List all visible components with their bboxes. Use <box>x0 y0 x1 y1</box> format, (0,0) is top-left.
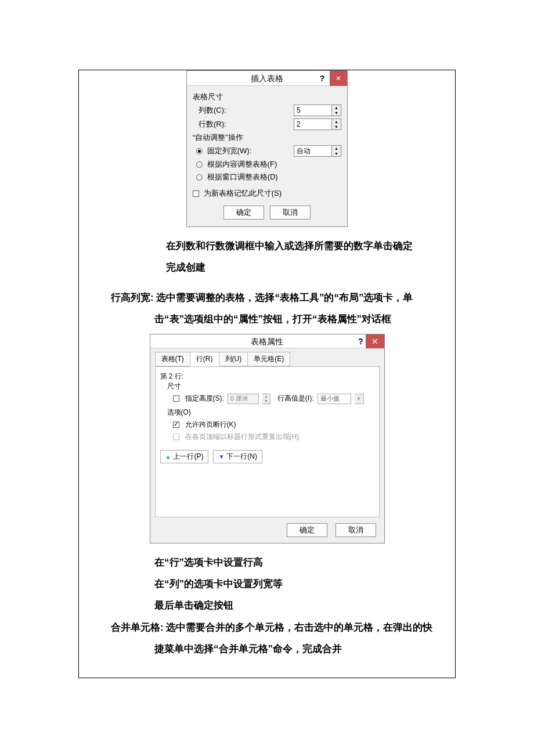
body-text: 击“表”选项组中的“属性”按钮，打开“表格属性”对话框 <box>96 308 438 330</box>
body-text: 行高列宽: 选中需要调整的表格，选择“表格工具”的“布局”选项卡，单 <box>96 287 438 308</box>
body-text: 捷菜单中选择“合并单元格”命令，完成合并 <box>96 638 438 660</box>
body-text: 在“列”的选项卡中设置列宽等 <box>96 573 438 595</box>
rows-spinner[interactable]: ▲▼ <box>332 118 341 130</box>
arrow-down-icon: ▼ <box>218 453 224 460</box>
radio-fit-content-label: 根据内容调整表格(F) <box>207 160 277 168</box>
columns-label: 列数(C): <box>193 105 294 116</box>
insert-table-dialog: 插入表格 ? ✕ 表格尺寸 列数(C): 5 ▲▼ 行数(R): 2 ▲▼ “自… <box>186 70 348 227</box>
fixed-width-input[interactable]: 自动 <box>294 145 332 157</box>
height-type-select[interactable]: 最小值 <box>317 394 351 404</box>
checkbox-remember-size[interactable] <box>193 190 199 197</box>
columns-input[interactable]: 5 <box>294 105 332 116</box>
rows-input[interactable]: 2 <box>294 118 332 130</box>
radio-fixed-width[interactable] <box>196 148 203 154</box>
group-autofit: “自动调整”操作 <box>193 132 341 143</box>
tab-row[interactable]: 行(R) <box>190 352 219 366</box>
checkbox-allow-break[interactable] <box>173 422 179 428</box>
arrow-up-icon: ▲ <box>165 453 171 460</box>
fixed-width-spinner[interactable]: ▲▼ <box>332 145 341 157</box>
checkbox-remember-label: 为新表格记忆此尺寸(S) <box>204 189 282 197</box>
dialog-titlebar: 插入表格 ? ✕ <box>187 71 347 86</box>
height-spinner[interactable]: ▲▼ <box>262 394 270 404</box>
table-properties-dialog: 表格属性 ? ✕ 表格(T) 行(R) 列(U) 单元格(E) 第 2 行: 尺… <box>150 334 385 543</box>
specify-height-label: 指定高度(S): <box>185 394 224 404</box>
next-row-button[interactable]: ▼ 下一行(N) <box>213 450 262 463</box>
ok-button[interactable]: 确定 <box>287 523 327 537</box>
tab-panel-row: 第 2 行: 尺寸 指定高度(S): 0 厘米 ▲▼ 行高值是(I): 最小值 … <box>155 366 380 517</box>
tab-cell[interactable]: 单元格(E) <box>247 352 290 366</box>
cancel-button[interactable]: 取消 <box>270 206 311 219</box>
radio-fit-window-label: 根据窗口调整表格(D) <box>207 172 278 181</box>
body-text: 合并单元格: 选中需要合并的多个单元格，右击选中的单元格，在弹出的快 <box>96 617 438 638</box>
dialog-title-text: 表格属性 <box>251 337 283 346</box>
body-text: 在列数和行数微调框中输入或选择所需要的数字单击确定 <box>96 235 438 257</box>
close-icon[interactable]: ✕ <box>366 334 384 348</box>
radio-fit-window[interactable] <box>196 174 203 181</box>
chevron-down-icon[interactable]: ▾ <box>355 394 364 404</box>
options-label: 选项(O) <box>160 408 374 417</box>
tab-column[interactable]: 列(U) <box>219 352 248 366</box>
cancel-button[interactable]: 取消 <box>335 523 376 537</box>
checkbox-repeat-header <box>173 434 179 440</box>
row-header: 第 2 行: <box>160 372 374 381</box>
tabs: 表格(T) 行(R) 列(U) 单元格(E) <box>150 348 384 366</box>
dialog-title-text: 插入表格 <box>251 74 283 83</box>
height-is-label: 行高值是(I): <box>277 394 314 404</box>
prev-row-button[interactable]: ▲ 上一行(P) <box>160 450 209 463</box>
body-text: 完成创建 <box>96 257 438 278</box>
dialog-titlebar: 表格属性 ? ✕ <box>150 334 384 348</box>
body-text: 最后单击确定按钮 <box>96 595 438 616</box>
group-table-size: 表格尺寸 <box>193 92 341 102</box>
tab-table[interactable]: 表格(T) <box>155 352 190 366</box>
columns-spinner[interactable]: ▲▼ <box>332 105 341 116</box>
repeat-header-label: 在各页顶端以标题行形式重复出现(H) <box>185 432 300 442</box>
radio-fit-content[interactable] <box>196 161 203 168</box>
close-icon[interactable]: ✕ <box>330 71 347 86</box>
document-frame: 插入表格 ? ✕ 表格尺寸 列数(C): 5 ▲▼ 行数(R): 2 ▲▼ “自… <box>78 70 456 678</box>
checkbox-specify-height[interactable] <box>173 395 179 402</box>
help-icon[interactable]: ? <box>358 334 363 348</box>
height-input[interactable]: 0 厘米 <box>228 394 259 404</box>
help-icon[interactable]: ? <box>316 71 329 86</box>
section-label: 行高列宽: <box>111 292 154 303</box>
body-text: 在“行”选项卡中设置行高 <box>96 552 438 573</box>
radio-fixed-label: 固定列宽(W): <box>207 146 252 155</box>
rows-label: 行数(R): <box>193 119 294 129</box>
size-label: 尺寸 <box>160 381 374 391</box>
allow-break-label: 允许跨页断行(K) <box>185 420 236 430</box>
ok-button[interactable]: 确定 <box>223 206 264 219</box>
section-label: 合并单元格: <box>111 622 164 633</box>
